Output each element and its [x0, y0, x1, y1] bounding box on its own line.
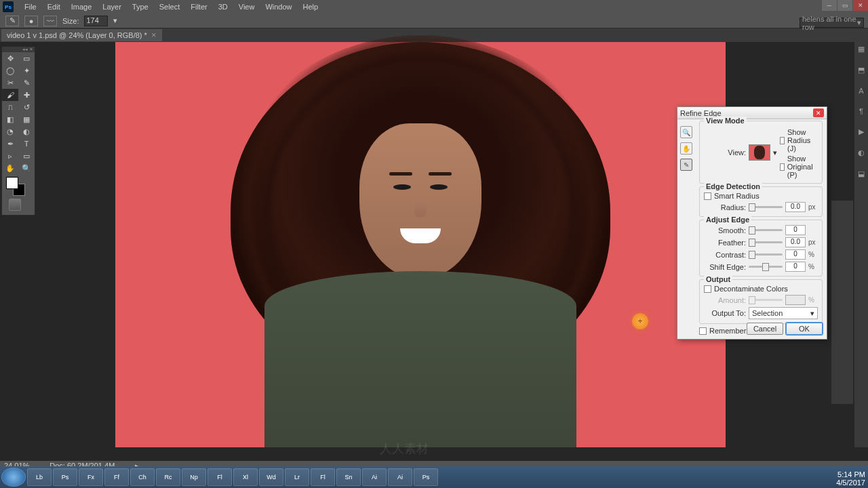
quick-mask-toggle[interactable] — [9, 199, 21, 211]
taskbar-item[interactable]: Ps — [414, 468, 438, 486]
marquee-tool[interactable]: ▭ — [18, 52, 35, 64]
menu-select[interactable]: Select — [154, 1, 186, 13]
lasso-tool[interactable]: ◯ — [2, 64, 18, 77]
blur-tool[interactable]: ◔ — [2, 125, 18, 138]
taskbar-item[interactable]: Wd — [259, 468, 283, 486]
taskbar-item[interactable]: Ai — [388, 468, 412, 486]
taskbar-item[interactable]: Ch — [130, 468, 155, 486]
radius-slider[interactable] — [749, 206, 783, 208]
panel-icon[interactable]: ▦ — [858, 45, 865, 54]
taskbar-item[interactable]: Fl — [311, 468, 335, 486]
brush-mode-icon[interactable]: 〰 — [43, 16, 57, 26]
taskbar-item[interactable]: Xl — [233, 468, 258, 486]
panel-icon[interactable]: ¶ — [859, 107, 863, 115]
history-brush-tool[interactable]: ↺ — [18, 101, 35, 113]
output-to-dropdown[interactable]: Selection▾ — [749, 307, 818, 319]
panel-icon[interactable]: ⬒ — [858, 66, 865, 75]
dialog-titlebar[interactable]: Refine Edge ✕ — [677, 107, 827, 119]
wand-tool[interactable]: ✦ — [18, 64, 35, 77]
smooth-value[interactable]: 0 — [785, 225, 806, 235]
document-tab[interactable]: video 1 v 1.psd @ 24% (Layer 0, RGB/8) *… — [1, 29, 162, 41]
heal-tool[interactable]: ✚ — [18, 89, 35, 101]
zoom-tool[interactable]: 🔍 — [18, 162, 35, 174]
contrast-slider[interactable] — [749, 253, 783, 256]
cancel-button[interactable]: Cancel — [747, 323, 783, 335]
menu-3d[interactable]: 3D — [213, 1, 233, 13]
collapsed-panels[interactable] — [831, 201, 853, 404]
size-input[interactable]: 174 — [84, 16, 108, 26]
panel-icon[interactable]: ⬓ — [858, 169, 865, 178]
minimize-button[interactable]: ─ — [822, 0, 837, 11]
radius-value[interactable]: 0.0 — [785, 202, 806, 212]
workspace-switcher[interactable]: helens all in one row▾ — [800, 18, 864, 28]
menu-view[interactable]: View — [233, 1, 260, 13]
taskbar-item[interactable]: Sn — [336, 468, 361, 486]
dodge-tool[interactable]: ◐ — [18, 125, 35, 138]
panel-icon[interactable]: ◐ — [858, 148, 865, 157]
maximize-button[interactable]: ▭ — [837, 0, 852, 11]
taskbar-item[interactable]: Fl — [208, 468, 232, 486]
menu-image[interactable]: Image — [66, 1, 98, 13]
menu-layer[interactable]: Layer — [97, 1, 127, 13]
close-button[interactable]: ✕ — [853, 0, 868, 11]
shape-tool[interactable]: ▭ — [18, 150, 35, 162]
taskbar-item[interactable]: Ff — [104, 468, 129, 486]
panel-icon[interactable]: A — [859, 87, 863, 95]
eraser-tool[interactable]: ◧ — [2, 113, 18, 125]
panel-icon[interactable]: ▶ — [859, 127, 864, 136]
contrast-value[interactable]: 0 — [785, 249, 806, 260]
shift-slider[interactable] — [749, 266, 783, 268]
hand-tool[interactable]: ✋ — [2, 162, 18, 174]
system-tray[interactable]: 5:14 PM 4/5/2017 — [836, 470, 865, 487]
shift-value[interactable]: 0 — [785, 262, 806, 272]
taskbar-item[interactable]: Ai — [362, 468, 387, 486]
color-swatches[interactable] — [6, 177, 26, 195]
taskbar-item[interactable]: Ps — [53, 468, 77, 486]
move-tool[interactable]: ✥ — [2, 52, 18, 64]
show-original-checkbox[interactable] — [780, 163, 785, 171]
taskbar-item[interactable]: Rc — [156, 468, 180, 486]
chevron-down-icon[interactable]: ▾ — [773, 148, 777, 157]
feather-slider[interactable] — [749, 241, 783, 243]
show-radius-checkbox[interactable] — [780, 137, 785, 144]
tab-close-icon[interactable]: ✕ — [151, 32, 157, 39]
collapse-icon[interactable]: ◂◂ — [22, 47, 28, 52]
path-tool[interactable]: ▹ — [2, 150, 18, 162]
brush-preset-icon[interactable]: ● — [24, 16, 38, 26]
menu-file[interactable]: File — [19, 1, 42, 13]
gradient-tool[interactable]: ▦ — [18, 113, 35, 125]
dialog-close-button[interactable]: ✕ — [813, 108, 824, 117]
hand-icon[interactable]: ✋ — [680, 142, 692, 155]
zoom-icon[interactable]: 🔍 — [680, 126, 692, 138]
start-button[interactable] — [1, 468, 26, 487]
group-legend: Edge Detection — [704, 182, 762, 190]
tool-preset-icon[interactable]: ✎ — [5, 16, 19, 26]
crop-tool[interactable]: ✂ — [2, 77, 18, 89]
eyedropper-tool[interactable]: ✎ — [18, 77, 35, 89]
smart-radius-checkbox[interactable] — [704, 192, 711, 200]
view-thumbnail[interactable] — [749, 144, 770, 161]
ok-button[interactable]: OK — [786, 323, 823, 335]
foreground-color[interactable] — [6, 177, 18, 189]
menu-help[interactable]: Help — [298, 1, 324, 13]
menu-edit[interactable]: Edit — [42, 1, 66, 13]
type-tool[interactable]: T — [18, 138, 35, 150]
menu-window[interactable]: Window — [260, 1, 297, 13]
taskbar-item[interactable]: Lb — [27, 468, 52, 486]
menu-filter[interactable]: Filter — [185, 1, 212, 13]
decontaminate-checkbox[interactable] — [704, 285, 711, 293]
taskbar-item[interactable]: Lr — [285, 468, 309, 486]
remember-checkbox[interactable] — [699, 327, 707, 335]
close-icon[interactable]: ✕ — [29, 47, 33, 52]
pen-tool[interactable]: ✒ — [2, 138, 18, 150]
refine-brush-icon[interactable]: ✎ — [680, 159, 692, 171]
stamp-tool[interactable]: ⎍ — [2, 101, 18, 113]
canvas[interactable]: + — [115, 42, 726, 447]
feather-value[interactable]: 0.0 — [785, 237, 806, 247]
taskbar-item[interactable]: Np — [182, 468, 206, 486]
brush-tool[interactable]: 🖌 — [2, 89, 18, 101]
size-slider-icon[interactable]: ▾ — [113, 16, 117, 25]
menu-type[interactable]: Type — [127, 1, 154, 13]
smooth-slider[interactable] — [749, 229, 783, 231]
taskbar-item[interactable]: Fx — [79, 468, 103, 486]
